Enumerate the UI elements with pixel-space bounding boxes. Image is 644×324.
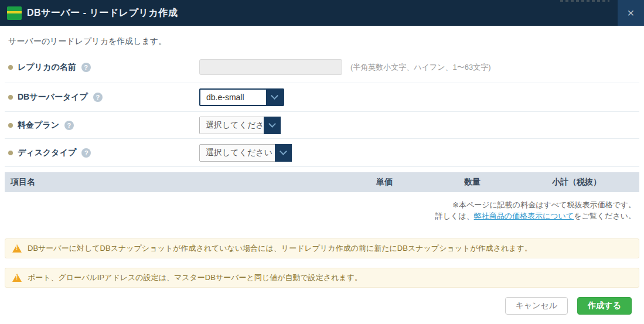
replica-name-hint: (半角英数小文字、ハイフン、1〜63文字): [350, 62, 491, 73]
db-server-type-select[interactable]: db.e-small: [199, 88, 284, 106]
price-plan-select[interactable]: 選択してください: [199, 117, 281, 134]
dialog-description: サーバーのリードレプリカを作成します。: [8, 36, 166, 47]
price-plan-selected-value: 選択してください: [200, 117, 264, 134]
replica-name-label: レプリカの名前: [18, 62, 76, 73]
warning-snapshot-text: DBサーバーに対してDBスナップショットが作成されていない場合には、リードレプリ…: [28, 243, 532, 254]
select-arrow-button[interactable]: [266, 90, 283, 105]
cancel-button[interactable]: キャンセル: [505, 297, 568, 315]
select-arrow-button[interactable]: [264, 117, 281, 134]
close-icon[interactable]: ×: [618, 0, 644, 26]
disk-type-label-cell: ディスクタイプ ?: [5, 148, 199, 158]
price-note-line2-prefix: 詳しくは、: [435, 212, 474, 220]
price-note: ※本ページに記載の料金はすべて税抜表示価格です。 詳しくは、弊社商品の価格表示に…: [435, 199, 636, 221]
help-icon[interactable]: ?: [81, 63, 91, 72]
bullet-icon: [8, 151, 13, 155]
disk-type-label: ディスクタイプ: [18, 148, 76, 158]
chevron-down-icon: [271, 92, 278, 100]
db-server-type-label-cell: DBサーバータイプ ?: [5, 92, 199, 103]
warning-snapshot: DBサーバーに対してDBスナップショットが作成されていない場合には、リードレプリ…: [5, 238, 639, 258]
bullet-icon: [8, 65, 13, 70]
replica-name-input[interactable]: [199, 59, 342, 75]
form-row-replica-name: レプリカの名前 ? (半角英数小文字、ハイフン、1〜63文字): [5, 52, 639, 83]
form-row-disk-type: ディスクタイプ ? 選択してください: [5, 139, 639, 167]
help-icon[interactable]: ?: [64, 121, 74, 130]
warning-icon: [12, 244, 22, 253]
price-note-line1: ※本ページに記載の料金はすべて税抜表示価格です。: [435, 199, 636, 210]
db-server-icon: [7, 6, 22, 20]
help-icon[interactable]: ?: [93, 93, 103, 102]
disk-type-selected-value: 選択してください: [200, 145, 275, 161]
warning-port-ip-text: ポート、グローバルIPアドレスの設定は、マスターDBサーバーと同じ値が自動で設定…: [28, 272, 362, 283]
column-unit-price: 単価: [376, 177, 393, 187]
price-plan-label-cell: 料金プラン ?: [5, 120, 199, 131]
warning-icon: [12, 274, 22, 282]
pricing-table-header: 項目名 単価 数量 小計（税抜）: [5, 172, 639, 192]
bullet-icon: [8, 95, 13, 100]
select-arrow-button[interactable]: [275, 144, 292, 162]
pricing-policy-link[interactable]: 弊社商品の価格表示について: [474, 212, 574, 220]
price-note-line2-suffix: をご覧ください。: [574, 212, 636, 220]
column-quantity: 数量: [464, 177, 481, 187]
warning-port-ip: ポート、グローバルIPアドレスの設定は、マスターDBサーバーと同じ値が自動で設定…: [5, 268, 639, 288]
form-row-price-plan: 料金プラン ? 選択してください: [5, 112, 639, 139]
db-server-type-selected-value: db.e-small: [200, 90, 266, 105]
price-note-line2: 詳しくは、弊社商品の価格表示についてをご覧ください。: [435, 210, 636, 221]
dialog-header: DBサーバー - リードレプリカ作成: [0, 0, 644, 26]
form-row-db-server-type: DBサーバータイプ ? db.e-small: [5, 83, 639, 112]
price-plan-label: 料金プラン: [18, 120, 59, 131]
dialog-footer: キャンセル 作成する: [505, 297, 632, 315]
dialog-title: DBサーバー - リードレプリカ作成: [27, 7, 178, 19]
background-page-text-fragment: [560, 0, 609, 2]
create-button[interactable]: 作成する: [577, 297, 632, 315]
db-server-type-label: DBサーバータイプ: [18, 92, 88, 103]
help-icon[interactable]: ?: [81, 148, 91, 158]
chevron-down-icon: [268, 120, 276, 128]
replica-form: レプリカの名前 ? (半角英数小文字、ハイフン、1〜63文字) DBサーバータイ…: [0, 52, 644, 167]
chevron-down-icon: [280, 148, 287, 155]
bullet-icon: [8, 123, 13, 128]
column-item-name: 項目名: [11, 177, 35, 187]
replica-name-label-cell: レプリカの名前 ?: [5, 62, 199, 73]
disk-type-select[interactable]: 選択してください: [199, 144, 292, 162]
column-subtotal: 小計（税抜）: [552, 177, 601, 187]
